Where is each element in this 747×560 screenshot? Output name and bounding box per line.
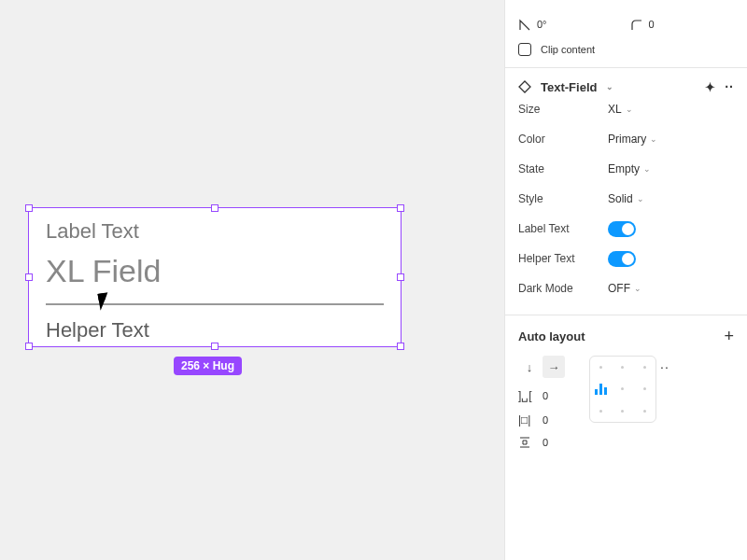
clip-content-label: Clip content	[541, 44, 595, 55]
prop-darkmode-label: Dark Mode	[518, 282, 608, 295]
resize-handle-tm[interactable]	[211, 204, 218, 212]
component-name[interactable]: Text-Field	[541, 80, 597, 94]
rotation-value[interactable]: 0°	[537, 19, 547, 30]
more-icon[interactable]: ··	[660, 359, 669, 374]
align-dot[interactable]	[599, 366, 602, 369]
corner-radius-icon	[630, 18, 643, 31]
rotation-icon	[518, 18, 531, 31]
chevron-down-icon: ⌄	[634, 284, 641, 293]
direction-horizontal-button[interactable]: →	[543, 356, 565, 378]
padding-v-icon	[518, 436, 535, 449]
resize-handle-bl[interactable]	[25, 343, 33, 350]
auto-layout-section: Auto layout + ↓ → ]␣[ 0 |□| 0	[505, 315, 747, 460]
prop-color-label: Color	[518, 133, 608, 146]
gap-icon: ]␣[	[518, 389, 535, 402]
chevron-down-icon: ⌄	[626, 105, 633, 114]
prop-darkmode-value[interactable]: OFF⌄	[608, 282, 641, 295]
chevron-down-icon: ⌄	[637, 194, 644, 203]
more-icon[interactable]: ··	[725, 79, 734, 94]
design-canvas[interactable]: Label Text XL Field Helper Text 256 × Hu…	[0, 0, 504, 560]
padding-h-icon: |□|	[518, 413, 535, 427]
dimensions-badge: 256 × Hug	[174, 357, 242, 375]
sparkle-icon[interactable]: ✦	[705, 80, 715, 94]
prop-state-label: State	[518, 162, 608, 175]
prop-helpertext-label: Helper Text	[518, 252, 608, 265]
align-dot[interactable]	[621, 387, 624, 390]
prop-color-value[interactable]: Primary⌄	[608, 133, 657, 146]
align-dot[interactable]	[643, 387, 646, 390]
align-dot[interactable]	[643, 410, 646, 413]
prop-style-label: Style	[518, 192, 608, 205]
resize-handle-ml[interactable]	[25, 273, 33, 281]
prop-state-value[interactable]: Empty⌄	[608, 162, 651, 175]
inspector-panel: 0° 0 Clip content Text-Field ⌄ ✦ ·· Size…	[504, 0, 747, 560]
prop-labeltext-label: Label Text	[518, 222, 608, 235]
direction-vertical-button[interactable]: ↓	[518, 356, 541, 378]
prop-size-value[interactable]: XL⌄	[608, 103, 633, 116]
prop-style-value[interactable]: Solid⌄	[608, 192, 644, 205]
add-icon[interactable]: +	[724, 327, 734, 346]
selected-frame[interactable]: Label Text XL Field Helper Text	[28, 207, 402, 347]
helper-text-toggle[interactable]	[608, 251, 636, 267]
auto-layout-title: Auto layout	[518, 329, 585, 343]
align-dot[interactable]	[599, 410, 602, 413]
padding-v-value[interactable]: 0	[543, 437, 548, 448]
gap-value[interactable]: 0	[543, 390, 548, 401]
resize-handle-tr[interactable]	[397, 204, 404, 212]
resize-handle-bm[interactable]	[211, 343, 218, 350]
padding-h-value[interactable]: 0	[543, 414, 548, 426]
chevron-down-icon: ⌄	[650, 134, 657, 144]
transform-section: 0° 0 Clip content	[505, 0, 747, 68]
align-dot[interactable]	[621, 410, 624, 413]
resize-handle-mr[interactable]	[397, 273, 404, 281]
field-label-text: Label Text	[46, 219, 139, 244]
field-underline	[46, 303, 384, 305]
component-section: Text-Field ⌄ ✦ ·· Size XL⌄ Color Primary…	[505, 68, 747, 315]
chevron-down-icon: ⌄	[643, 164, 651, 174]
resize-handle-br[interactable]	[397, 343, 404, 350]
clip-content-checkbox[interactable]	[518, 43, 531, 56]
chevron-down-icon[interactable]: ⌄	[606, 82, 613, 91]
alignment-grid[interactable]	[589, 356, 656, 423]
resize-handle-tl[interactable]	[25, 204, 33, 212]
align-dot[interactable]	[621, 366, 624, 369]
field-helper-text: Helper Text	[46, 318, 149, 343]
prop-size-label: Size	[518, 103, 608, 116]
field-placeholder: XL Field	[46, 253, 161, 289]
align-center-left[interactable]	[593, 384, 610, 395]
label-text-toggle[interactable]	[608, 221, 636, 237]
corner-radius-value[interactable]: 0	[649, 19, 655, 30]
align-dot[interactable]	[643, 366, 646, 369]
component-icon	[518, 80, 531, 93]
